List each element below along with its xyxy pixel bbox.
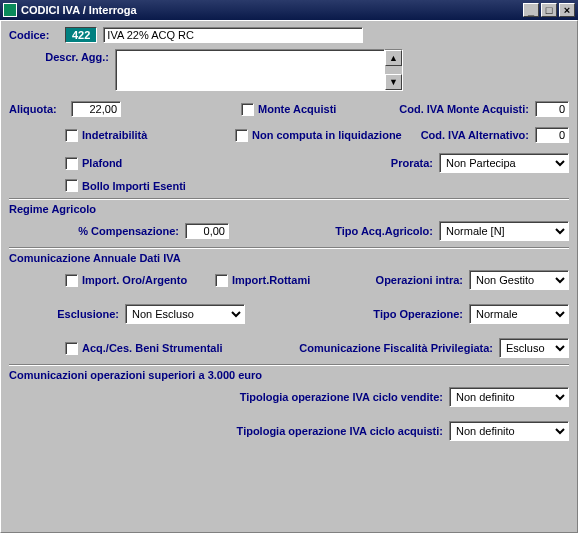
maximize-button[interactable]: □: [541, 3, 557, 17]
compensazione-input[interactable]: [185, 223, 229, 239]
client-area: Codice: 422 Descr. Agg.: ▲ ▼ Aliquota: M…: [0, 20, 578, 533]
indetraibilita-checkbox[interactable]: Indetraibilità: [65, 129, 235, 142]
checkbox-icon: [235, 129, 248, 142]
tipo-acq-agricolo-select[interactable]: Normale [N]: [439, 221, 569, 241]
aliquota-label: Aliquota:: [9, 103, 65, 115]
acquisti-label: Tipologia operazione IVA ciclo acquisti:: [237, 425, 443, 437]
checkbox-icon: [65, 342, 78, 355]
window-title: CODICI IVA / Interroga: [21, 4, 521, 16]
acq-ces-checkbox[interactable]: Acq./Ces. Beni Strumentali: [65, 342, 265, 355]
tipo-acq-agricolo-label: Tipo Acq.Agricolo:: [335, 225, 433, 237]
checkbox-icon: [241, 103, 254, 116]
cod-iva-alt-label: Cod. IVA Alternativo:: [421, 129, 529, 141]
sup3000-title: Comunicazioni operazioni superiori a 3.0…: [9, 369, 569, 381]
fisc-priv-select[interactable]: Escluso: [499, 338, 569, 358]
descr-agg-textarea[interactable]: [115, 49, 385, 91]
rottami-checkbox[interactable]: Import.Rottami: [215, 274, 345, 287]
prorata-label: Prorata:: [391, 157, 433, 169]
esclusione-select[interactable]: Non Escluso: [125, 304, 245, 324]
monte-acquisti-checkbox[interactable]: Monte Acquisti: [241, 103, 336, 116]
comunicazione-title: Comunicazione Annuale Dati IVA: [9, 252, 569, 264]
op-intra-select[interactable]: Non Gestito: [469, 270, 569, 290]
oro-argento-checkbox[interactable]: Import. Oro/Argento: [65, 274, 215, 287]
titlebar[interactable]: CODICI IVA / Interroga _ □ ×: [0, 0, 578, 20]
codice-value[interactable]: 422: [65, 27, 97, 43]
op-intra-label: Operazioni intra:: [376, 274, 463, 286]
regime-agricolo-title: Regime Agricolo: [9, 203, 569, 215]
vendite-label: Tipologia operazione IVA ciclo vendite:: [240, 391, 443, 403]
scrollbar[interactable]: ▲ ▼: [385, 49, 403, 91]
vendite-select[interactable]: Non definito: [449, 387, 569, 407]
descr-agg-label: Descr. Agg.:: [9, 49, 109, 63]
checkbox-icon: [215, 274, 228, 287]
esclusione-label: Esclusione:: [9, 308, 119, 320]
checkbox-icon: [65, 274, 78, 287]
plafond-checkbox[interactable]: Plafond: [65, 157, 235, 170]
acquisti-select[interactable]: Non definito: [449, 421, 569, 441]
cod-iva-monte-label: Cod. IVA Monte Acquisti:: [399, 103, 529, 115]
bollo-checkbox[interactable]: Bollo Importi Esenti: [65, 179, 186, 192]
checkbox-icon: [65, 179, 78, 192]
aliquota-input[interactable]: [71, 101, 121, 117]
descrizione-input[interactable]: [103, 27, 363, 43]
tipo-op-select[interactable]: Normale: [469, 304, 569, 324]
non-computa-checkbox[interactable]: Non computa in liquidazione: [235, 129, 402, 142]
scroll-down-icon[interactable]: ▼: [385, 74, 402, 90]
minimize-button[interactable]: _: [523, 3, 539, 17]
codice-label: Codice:: [9, 29, 65, 41]
cod-iva-monte-input[interactable]: [535, 101, 569, 117]
checkbox-icon: [65, 157, 78, 170]
window: CODICI IVA / Interroga _ □ × Codice: 422…: [0, 0, 578, 533]
app-icon: [3, 3, 17, 17]
prorata-select[interactable]: Non Partecipa: [439, 153, 569, 173]
tipo-op-label: Tipo Operazione:: [373, 308, 463, 320]
fisc-priv-label: Comunicazione Fiscalità Privilegiata:: [299, 342, 493, 354]
compensazione-label: % Compensazione:: [9, 225, 179, 237]
scroll-up-icon[interactable]: ▲: [385, 50, 402, 66]
cod-iva-alt-input[interactable]: [535, 127, 569, 143]
checkbox-icon: [65, 129, 78, 142]
close-button[interactable]: ×: [559, 3, 575, 17]
